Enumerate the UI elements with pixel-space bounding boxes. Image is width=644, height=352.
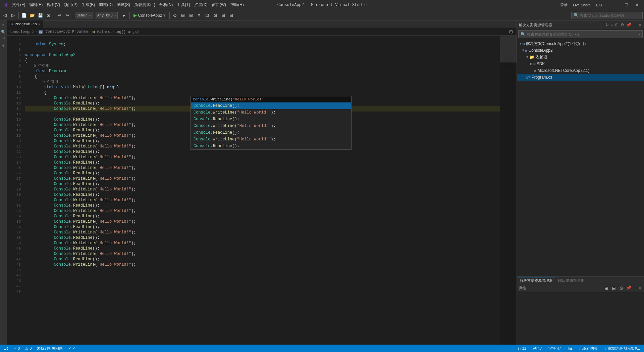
prop-close-icon[interactable]: ✕ xyxy=(638,285,642,291)
autocomplete-popup[interactable]: Console.WriteLine("Hello World!"); Conso… xyxy=(191,96,352,150)
open-button[interactable]: 📂 xyxy=(29,12,36,19)
undo-button[interactable]: ↩ xyxy=(56,12,63,19)
menu-loadtest[interactable]: 负载测试(L) xyxy=(132,1,157,8)
prop-minimize-icon[interactable]: ─ xyxy=(633,285,637,291)
warning-count: 0 xyxy=(30,346,32,350)
attach-button[interactable]: ⊙ xyxy=(171,12,179,19)
status-message[interactable]: 未找到相关问题 xyxy=(36,346,64,351)
menu-file[interactable]: 文件(F) xyxy=(10,1,27,8)
prop-categorized-icon[interactable]: ⊞ xyxy=(603,285,609,291)
se-minimize-icon[interactable]: ─ xyxy=(633,22,637,28)
breadcrumb-namespace[interactable]: C# ConsoleApp2.Program xyxy=(39,30,88,34)
se-filter-icon[interactable]: ≡ xyxy=(610,22,613,28)
ac-item-3[interactable]: Console.ReadLine(); xyxy=(191,116,351,123)
prop-alphabetical-icon[interactable]: ⊟ xyxy=(611,285,617,291)
platform-dropdown[interactable]: Any CPU ▾ xyxy=(96,12,118,19)
save-button[interactable]: 💾 xyxy=(37,12,44,19)
se-search-close-icon[interactable]: ✕ xyxy=(638,32,640,36)
breadcrumb-method[interactable]: ⊞ Main(string[] args) xyxy=(93,30,139,34)
se-sync-icon[interactable]: ↻ xyxy=(605,22,609,28)
editor-split-button[interactable]: ⊞ xyxy=(508,29,514,35)
tree-netcore[interactable]: ⊞ Microsoft.NETCore.App (2.1) xyxy=(517,67,644,74)
activity-debug-icon[interactable]: ⚙ xyxy=(0,42,6,48)
ac-item-4[interactable]: Console.WriteLine("Hello World!"); xyxy=(191,123,351,129)
menu-project[interactable]: 项目(P) xyxy=(62,1,79,8)
back-button[interactable]: ◁ xyxy=(1,12,9,19)
debug-btn2[interactable]: ⊟ xyxy=(187,12,195,19)
status-errors[interactable]: ✓ 0 xyxy=(12,346,21,351)
se-search-input[interactable] xyxy=(527,32,637,36)
menu-help[interactable]: 帮助(H) xyxy=(228,1,246,8)
breadcrumb-project[interactable]: ConsoleApp2 xyxy=(9,30,34,34)
status-branch[interactable]: ⎇ xyxy=(3,346,10,351)
status-warnings[interactable]: ⚠ 0 xyxy=(24,346,33,351)
tree-dependencies[interactable]: ▼ 📁 依赖项 xyxy=(517,54,644,60)
ac-item-0[interactable]: Console.WriteLine("Hello World!"); xyxy=(191,96,351,102)
redo-button[interactable]: ↪ xyxy=(64,12,71,19)
debug-btn1[interactable]: ⊞ xyxy=(179,12,187,19)
menu-window[interactable]: 窗口(W) xyxy=(210,1,228,8)
status-ins[interactable]: Ins xyxy=(567,346,574,350)
close-button[interactable]: ✕ xyxy=(633,0,641,10)
se-search-box[interactable]: 🔍 ✕ xyxy=(518,30,643,38)
add-source-label: ↑ 添加到源代码管理... xyxy=(604,346,640,351)
toolbar-more-button[interactable]: ▸ xyxy=(120,12,128,19)
ac-item-7[interactable]: Console.ReadLine(); xyxy=(191,143,351,149)
tree-sdk[interactable]: ▶ ⚙ SDK xyxy=(517,60,644,67)
code-editor[interactable]: 1 2 3 4 5 6 7 8 9 10 11 12 13 14 15 16 1 xyxy=(7,36,517,345)
exp-label[interactable]: EXP xyxy=(596,3,603,7)
forward-button[interactable]: ▷ xyxy=(9,12,17,19)
debug-btn5[interactable]: ⊠ xyxy=(212,12,219,19)
login-label[interactable]: 登录 xyxy=(560,2,568,7)
tree-program-cs[interactable]: C# Program.cs xyxy=(517,74,644,81)
menu-debug[interactable]: 调试(D) xyxy=(97,1,115,8)
new-project-button[interactable]: 📄 xyxy=(20,12,28,19)
maximize-button[interactable]: □ xyxy=(622,0,630,10)
search-box[interactable]: 🔍 xyxy=(571,12,643,19)
prop-property-pages-icon[interactable]: ⚙ xyxy=(618,285,625,291)
tab-program-cs[interactable]: C# Program.cs ✕ xyxy=(7,20,43,28)
se-preview-icon[interactable]: ⊞ xyxy=(615,22,619,28)
menu-test[interactable]: 测试(S) xyxy=(115,1,132,8)
status-col[interactable]: 列 47 xyxy=(532,346,543,351)
ac-item-2[interactable]: Console.WriteLine("Hello World!"); xyxy=(191,109,351,116)
breadcrumb: ConsoleApp2 › C# ConsoleApp2.Program › ⊞… xyxy=(7,28,517,36)
debug-btn7[interactable]: ⊟ xyxy=(228,12,235,19)
menu-analyze[interactable]: 分析(N) xyxy=(157,1,175,8)
menu-extensions[interactable]: 扩展(X) xyxy=(192,1,210,8)
activity-search-icon[interactable]: 🔍 xyxy=(0,29,6,35)
menu-build[interactable]: 生成(B) xyxy=(79,1,97,8)
status-check-icon[interactable]: ✓ ✓ xyxy=(67,346,76,351)
minimize-button[interactable]: ─ xyxy=(611,0,620,10)
run-button[interactable]: ▶ ConsoleApp2 ▾ xyxy=(131,12,167,19)
se-tab-solution-explorer[interactable]: 解决方案资源管理器 xyxy=(517,277,555,284)
config-dropdown[interactable]: Debug ▾ xyxy=(75,12,93,19)
ac-item-5[interactable]: Console.ReadLine(); xyxy=(191,129,351,136)
status-unsaved[interactable]: 已保存的项 xyxy=(578,346,599,351)
tab-program-cs-close[interactable]: ✕ xyxy=(38,22,40,26)
se-pin-icon[interactable]: 📌 xyxy=(626,22,632,28)
tree-solution[interactable]: ▼ ⊞ 解决方案'ConsoleApp2'(1 个项目) xyxy=(517,40,644,47)
debug-btn4[interactable]: ⊡ xyxy=(204,12,211,19)
se-tab-team-explorer[interactable]: 团队资源管理器 xyxy=(555,277,587,284)
prop-pin-icon[interactable]: 📌 xyxy=(626,285,632,291)
status-char[interactable]: 字符 47 xyxy=(547,346,562,351)
activity-explorer-icon[interactable]: ≡ xyxy=(0,22,6,28)
live-share-label[interactable]: Live Share xyxy=(573,3,591,7)
se-settings-icon[interactable]: ⚙ xyxy=(620,22,625,28)
status-add-source[interactable]: ↑ 添加到源代码管理... xyxy=(603,346,641,351)
search-input[interactable] xyxy=(580,13,640,17)
ac-item-1[interactable]: Console.ReadLine(); xyxy=(191,102,351,109)
save-all-button[interactable]: ⊠ xyxy=(45,12,52,19)
debug-btn6[interactable]: ⊞ xyxy=(220,12,227,19)
code-content[interactable]: using System; namespace ConsoleApp2 { 0 … xyxy=(23,36,500,345)
tree-project[interactable]: ▼ ⊡ ConsoleApp2 xyxy=(517,47,644,54)
activity-git-icon[interactable]: ⎇ xyxy=(0,36,6,42)
se-close-icon[interactable]: ✕ xyxy=(638,22,642,28)
ac-item-6[interactable]: Console.WriteLine("Hello World!"); xyxy=(191,136,351,143)
status-row[interactable]: 行 11 xyxy=(516,346,528,351)
menu-tools[interactable]: 工具(T) xyxy=(175,1,192,8)
menu-view[interactable]: 视图(V) xyxy=(45,1,62,8)
menu-edit[interactable]: 编辑(E) xyxy=(27,1,45,8)
debug-btn3[interactable]: ≡ xyxy=(196,12,203,19)
